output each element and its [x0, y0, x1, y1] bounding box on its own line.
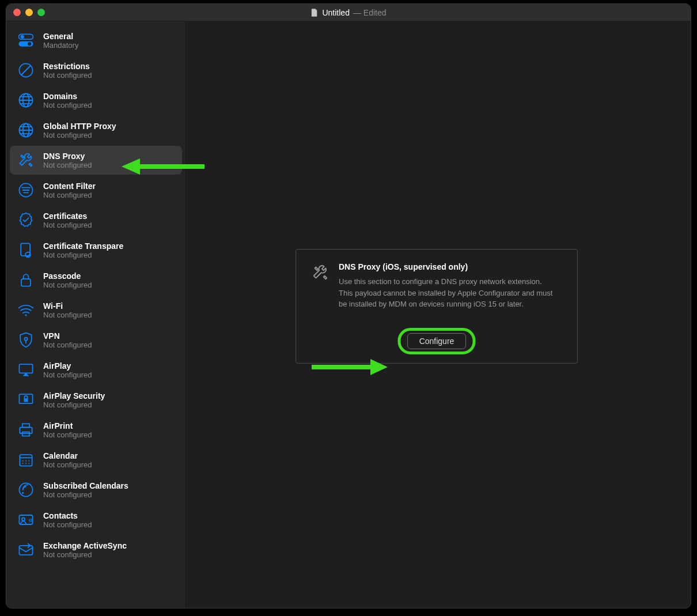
zoom-button[interactable]	[37, 9, 45, 16]
sidebar-item-label: Content Filter	[43, 182, 96, 191]
sidebar-item-label: Certificate Transpare	[43, 241, 123, 251]
svg-rect-22	[21, 279, 31, 286]
svg-rect-45	[19, 546, 32, 555]
sidebar-item-sublabel: Not configured	[43, 71, 92, 80]
svg-point-23	[25, 314, 26, 316]
sidebar-item-certificates[interactable]: CertificatesNot configured	[10, 206, 182, 235]
configure-button[interactable]: Configure	[407, 333, 467, 349]
sidebar-item-label: Restrictions	[43, 62, 92, 71]
sidebar-item-sublabel: Not configured	[43, 460, 92, 469]
svg-point-37	[22, 463, 24, 464]
sidebar-item-certificate-transpare[interactable]: Certificate TranspareNot configured	[10, 236, 182, 264]
wrench-icon	[310, 262, 331, 283]
cert-badge-icon	[16, 210, 36, 230]
svg-line-5	[21, 66, 31, 75]
sidebar-item-sublabel: Not configured	[43, 430, 92, 439]
sidebar-item-sublabel: Mandatory	[43, 41, 78, 50]
sidebar-item-calendar[interactable]: CalendarNot configured	[10, 445, 182, 474]
sidebar-item-sublabel: Not configured	[43, 520, 92, 529]
svg-rect-30	[22, 424, 29, 427]
sidebar-item-vpn[interactable]: VPNNot configured	[10, 326, 182, 354]
sidebar-item-label: Calendar	[43, 451, 92, 460]
sidebar-item-domains[interactable]: DomainsNot configured	[10, 86, 182, 115]
titlebar: Untitled — Edited	[6, 4, 691, 21]
wrench-icon	[16, 150, 36, 171]
sidebar-item-sublabel: Not configured	[43, 281, 92, 289]
sidebar-item-sublabel: Not configured	[43, 101, 92, 109]
svg-point-36	[28, 460, 29, 462]
wifi-icon	[16, 300, 36, 320]
document-icon	[310, 9, 319, 17]
nosign-icon	[16, 60, 36, 81]
sidebar-item-sublabel: Not configured	[43, 191, 96, 199]
printer-icon	[16, 420, 36, 440]
sidebar-item-contacts[interactable]: @ContactsNot configured	[10, 505, 182, 534]
sidebar-item-sublabel: Not configured	[43, 221, 92, 229]
contacts-icon: @	[16, 509, 36, 530]
exchange-icon	[16, 539, 36, 560]
sidebar-item-airprint[interactable]: AirPrintNot configured	[10, 415, 182, 444]
sidebar-item-sublabel: Not configured	[43, 490, 128, 499]
globe-icon	[16, 120, 36, 141]
toggle-icon	[16, 30, 36, 51]
sidebar-item-content-filter[interactable]: Content FilterNot configured	[10, 176, 182, 205]
sidebar-item-label: Wi-Fi	[43, 301, 92, 311]
sidebar-item-passcode[interactable]: PasscodeNot configured	[10, 266, 182, 294]
svg-rect-29	[20, 428, 32, 434]
panel-description: Use this section to configure a DNS prox…	[339, 276, 558, 310]
svg-rect-28	[24, 398, 28, 402]
sidebar-item-restrictions[interactable]: RestrictionsNot configured	[10, 56, 182, 85]
sidebar-item-sublabel: Not configured	[43, 161, 92, 169]
sidebar-item-sublabel: Not configured	[43, 550, 127, 559]
lock-icon	[16, 270, 36, 290]
svg-point-43	[22, 517, 25, 520]
sidebar-item-label: AirPlay	[43, 361, 92, 371]
panel-title: DNS Proxy (iOS, supervised only)	[339, 262, 558, 271]
sidebar-item-wi-fi[interactable]: Wi-FiNot configured	[10, 296, 182, 324]
sidebar-item-label: Domains	[43, 92, 92, 101]
sidebar-item-label: Contacts	[43, 511, 92, 520]
info-panel: DNS Proxy (iOS, supervised only) Use thi…	[296, 249, 578, 364]
calendar-icon	[16, 449, 36, 470]
subscribed-icon	[16, 479, 36, 500]
close-button[interactable]	[13, 9, 21, 16]
minimize-button[interactable]	[25, 9, 33, 16]
sidebar-item-label: Subscribed Calendars	[43, 481, 128, 490]
sidebar-item-global-http-proxy[interactable]: Global HTTP ProxyNot configured	[10, 116, 182, 145]
sidebar-list[interactable]: GeneralMandatoryRestrictionsNot configur…	[6, 21, 185, 608]
sidebar-item-sublabel: Not configured	[43, 400, 105, 409]
svg-rect-26	[19, 364, 32, 373]
airplay-icon	[16, 360, 36, 380]
svg-point-38	[25, 463, 26, 464]
sidebar-item-label: Global HTTP Proxy	[43, 122, 116, 131]
svg-point-41	[22, 492, 24, 494]
sidebar-item-airplay-security[interactable]: AirPlay SecurityNot configured	[10, 386, 182, 414]
svg-point-39	[28, 463, 29, 464]
sidebar-item-label: DNS Proxy	[43, 152, 92, 161]
sidebar-item-label: General	[43, 32, 78, 41]
sidebar-item-general[interactable]: GeneralMandatory	[10, 26, 182, 55]
sidebar-item-airplay[interactable]: AirPlayNot configured	[10, 356, 182, 384]
sidebar-item-dns-proxy[interactable]: DNS ProxyNot configured	[10, 146, 182, 175]
sidebar-item-label: Exchange ActiveSync	[43, 541, 127, 550]
airplay-lock-icon	[16, 390, 36, 410]
svg-point-3	[28, 42, 31, 46]
sidebar-item-label: Certificates	[43, 211, 92, 221]
sidebar-item-subscribed-calendars[interactable]: Subscribed CalendarsNot configured	[10, 475, 182, 504]
svg-point-1	[21, 35, 24, 39]
sidebar-item-label: AirPrint	[43, 421, 92, 430]
sidebar-item-label: VPN	[43, 331, 92, 341]
filter-icon	[16, 180, 36, 201]
sidebar: GeneralMandatoryRestrictionsNot configur…	[6, 21, 186, 608]
sidebar-item-sublabel: Not configured	[43, 341, 92, 349]
traffic-lights	[13, 9, 45, 16]
shield-icon	[16, 330, 36, 350]
title-text: Untitled	[322, 8, 349, 17]
title-suffix: — Edited	[353, 8, 387, 17]
svg-point-34	[22, 460, 24, 462]
sidebar-item-label: AirPlay Security	[43, 391, 105, 400]
sidebar-item-exchange-activesync[interactable]: Exchange ActiveSyncNot configured	[10, 535, 182, 564]
window-title: Untitled — Edited	[6, 8, 691, 17]
sidebar-item-sublabel: Not configured	[43, 371, 92, 379]
sidebar-item-sublabel: Not configured	[43, 131, 116, 139]
